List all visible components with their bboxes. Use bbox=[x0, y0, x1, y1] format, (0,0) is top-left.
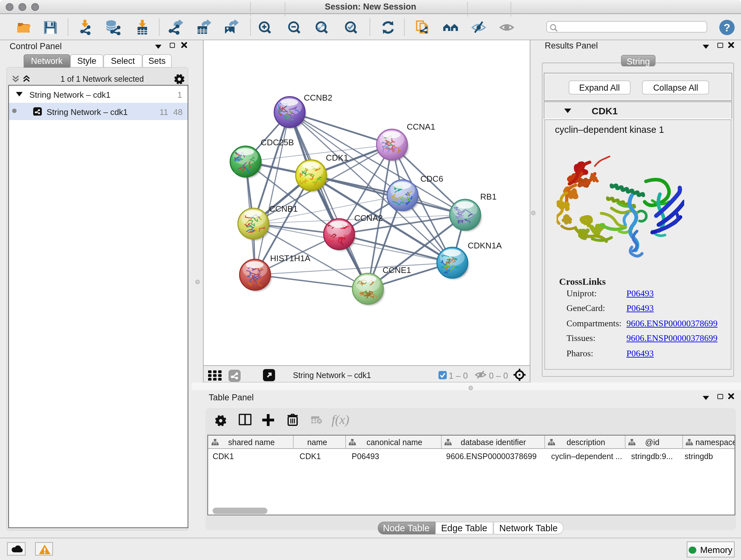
svg-text:CCNA2: CCNA2 bbox=[354, 213, 382, 223]
svg-text:CCNA1: CCNA1 bbox=[406, 122, 434, 131]
svg-text:CCNE1: CCNE1 bbox=[382, 265, 411, 274]
svg-text:CDKN1A: CDKN1A bbox=[467, 240, 501, 250]
svg-text:?: ? bbox=[724, 21, 731, 33]
svg-text:CCNB1: CCNB1 bbox=[269, 204, 297, 213]
svg-text:CDC6: CDC6 bbox=[420, 174, 443, 183]
svg-text:HIST1H1A: HIST1H1A bbox=[270, 253, 311, 263]
svg-text:CDK1: CDK1 bbox=[326, 152, 348, 162]
svg-text:RB1: RB1 bbox=[480, 192, 496, 201]
svg-text:CDC25B: CDC25B bbox=[260, 137, 293, 147]
svg-text:CCNB2: CCNB2 bbox=[304, 92, 332, 102]
